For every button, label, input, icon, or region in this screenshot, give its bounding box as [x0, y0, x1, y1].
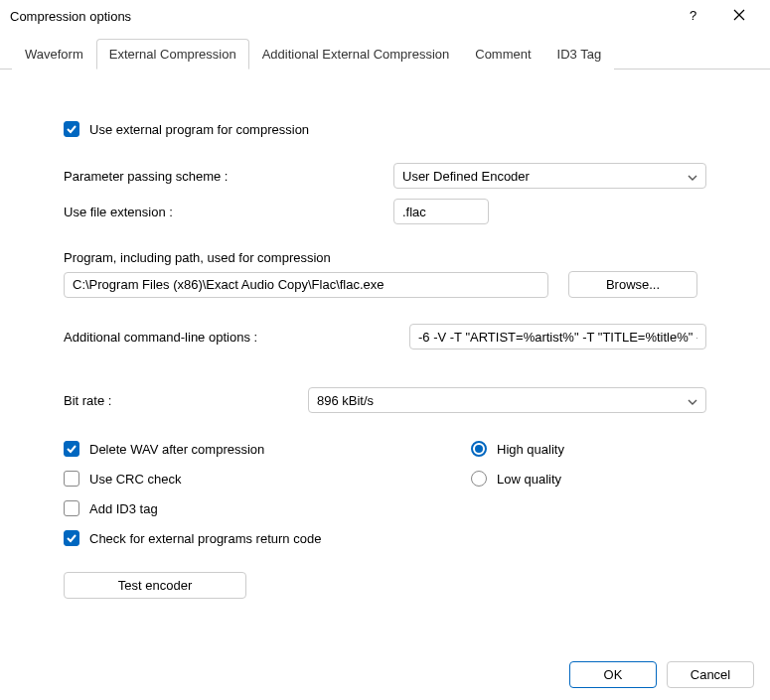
bitrate-value: 896 kBit/s — [317, 393, 374, 408]
use-external-label: Use external program for compression — [89, 122, 309, 137]
row-high-quality: High quality — [471, 441, 564, 457]
row-bitrate: Bit rate : 896 kBit/s — [64, 387, 706, 413]
scheme-select[interactable]: User Defined Encoder — [393, 163, 706, 189]
help-button[interactable]: ? — [671, 1, 716, 31]
test-encoder-button[interactable]: Test encoder — [64, 572, 246, 599]
options-right-col: High quality Low quality — [471, 441, 564, 546]
chevron-down-icon — [688, 169, 697, 184]
svg-text:?: ? — [690, 8, 696, 22]
delete-wav-checkbox[interactable] — [64, 441, 79, 457]
row-id3: Add ID3 tag — [64, 500, 401, 516]
extension-input[interactable] — [393, 199, 489, 224]
cancel-button[interactable]: Cancel — [667, 661, 754, 688]
ok-button[interactable]: OK — [569, 661, 657, 688]
high-quality-radio[interactable] — [471, 441, 487, 457]
low-quality-radio[interactable] — [471, 471, 487, 487]
row-addl: Additional command-line options : — [64, 324, 706, 350]
row-low-quality: Low quality — [471, 471, 564, 487]
check-return-label: Check for external programs return code — [89, 531, 321, 546]
row-check-return: Check for external programs return code — [64, 530, 401, 546]
close-icon — [733, 9, 745, 24]
addl-options-input[interactable] — [409, 324, 706, 350]
extension-label: Use file extension : — [64, 205, 393, 219]
row-program-label: Program, including path, used for compre… — [64, 250, 706, 265]
window-title: Compression options — [8, 9, 671, 24]
tab-id3-tag[interactable]: ID3 Tag — [544, 39, 615, 70]
scheme-value: User Defined Encoder — [402, 169, 530, 184]
id3-checkbox[interactable] — [64, 500, 79, 516]
row-crc: Use CRC check — [64, 471, 401, 487]
high-quality-label: High quality — [497, 442, 564, 457]
footer-buttons: OK Cancel — [569, 661, 754, 688]
row-program: Browse... — [64, 271, 706, 298]
titlebar: Compression options ? — [0, 0, 770, 32]
addl-label: Additional command-line options : — [64, 330, 409, 345]
row-delete-wav: Delete WAV after compression — [64, 441, 401, 457]
tab-external-compression[interactable]: External Compression — [96, 39, 249, 70]
panel-external-compression: Use external program for compression Par… — [0, 70, 770, 619]
crc-label: Use CRC check — [89, 472, 181, 487]
tab-additional-external-compression[interactable]: Additional External Compression — [249, 39, 463, 70]
crc-checkbox[interactable] — [64, 471, 79, 487]
row-scheme: Parameter passing scheme : User Defined … — [64, 163, 706, 189]
delete-wav-label: Delete WAV after compression — [89, 442, 264, 457]
options-two-col: Delete WAV after compression Use CRC che… — [64, 441, 706, 546]
options-left-col: Delete WAV after compression Use CRC che… — [64, 441, 401, 546]
scheme-label: Parameter passing scheme : — [64, 169, 393, 184]
help-icon: ? — [688, 8, 699, 25]
browse-button[interactable]: Browse... — [568, 271, 697, 298]
low-quality-label: Low quality — [497, 472, 561, 487]
tab-waveform[interactable]: Waveform — [12, 39, 96, 70]
use-external-checkbox[interactable] — [64, 121, 79, 137]
chevron-down-icon — [688, 393, 697, 408]
bitrate-select[interactable]: 896 kBit/s — [308, 387, 706, 413]
program-label: Program, including path, used for compre… — [64, 250, 331, 265]
row-use-external: Use external program for compression — [64, 121, 706, 137]
bitrate-label: Bit rate : — [64, 393, 308, 408]
id3-label: Add ID3 tag — [89, 501, 158, 516]
close-button[interactable] — [716, 1, 762, 31]
program-path-input[interactable] — [64, 272, 548, 298]
tab-strip: Waveform External Compression Additional… — [0, 38, 770, 70]
tab-comment[interactable]: Comment — [462, 39, 543, 70]
row-extension: Use file extension : — [64, 199, 706, 224]
check-return-checkbox[interactable] — [64, 530, 79, 546]
